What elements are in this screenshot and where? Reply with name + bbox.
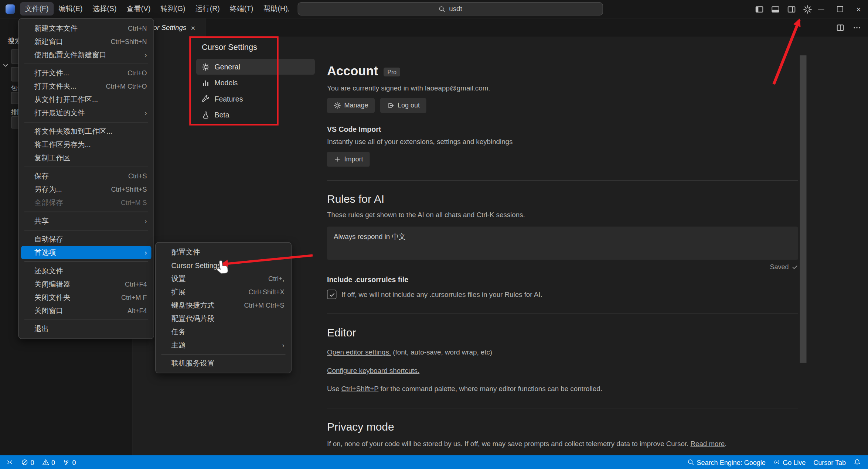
menu-item-22[interactable]: 还原文件 <box>21 264 152 278</box>
command-palette-link[interactable]: Ctrl+Shift+P <box>341 385 379 393</box>
menu-item-1[interactable]: 新建窗口Ctrl+Shift+N <box>21 35 152 48</box>
open-editor-settings-link[interactable]: Open editor settings. <box>327 349 391 356</box>
menu-item-4[interactable]: 键盘快捷方式Ctrl+M Ctrl+S <box>158 299 289 312</box>
errors-count[interactable]: 0 <box>17 455 38 469</box>
menu-item-5[interactable]: 打开文件夹...Ctrl+M Ctrl+O <box>21 80 152 93</box>
menubar-item-0[interactable]: 文件(F) <box>20 2 54 16</box>
menu-item-20[interactable]: 首选项› <box>21 246 152 259</box>
menu-item-shortcut: Ctrl+M Ctrl+O <box>106 83 147 90</box>
menu-item-label: 关闭窗口 <box>34 306 63 316</box>
cursorrules-checkbox[interactable] <box>327 290 337 299</box>
menubar-item-1[interactable]: 编辑(E) <box>54 2 88 16</box>
menu-item-1[interactable]: Cursor Settings <box>158 259 289 272</box>
menubar-item-2[interactable]: 选择(S) <box>88 2 122 16</box>
settings-nav-beta[interactable]: Beta <box>196 107 315 123</box>
logout-icon <box>387 102 395 109</box>
menu-item-14[interactable]: 另存为...Ctrl+Shift+S <box>21 183 152 196</box>
keyboard-shortcuts-line: Configure keyboard shortcuts. <box>327 366 798 375</box>
menu-item-19[interactable]: 自动保存 <box>21 233 152 246</box>
import-button[interactable]: Import <box>327 152 370 167</box>
layout-sidebar-left-icon[interactable] <box>755 5 764 14</box>
command-center-search[interactable]: usdt <box>298 2 603 16</box>
layout-panel-icon[interactable] <box>771 5 780 14</box>
menu-item-10[interactable]: 将工作区另存为... <box>21 138 152 151</box>
maximize-button[interactable] <box>830 0 849 18</box>
menu-item-shortcut: Ctrl+Shift+X <box>248 288 284 296</box>
search-engine-status[interactable]: Search Engine: Google <box>684 455 770 469</box>
menu-item-7[interactable]: 打开最近的文件› <box>21 106 152 120</box>
settings-nav-features[interactable]: Features <box>196 91 315 107</box>
menu-item-3[interactable]: 扩展Ctrl+Shift+X <box>158 285 289 299</box>
menu-item-shortcut: Ctrl+O <box>127 69 147 77</box>
menu-item-2[interactable]: 设置Ctrl+, <box>158 272 289 285</box>
account-buttons: Manage Log out <box>327 98 798 113</box>
menu-item-shortcut: Ctrl+M S <box>121 199 147 207</box>
settings-content: Account Pro You are currently signed in … <box>327 63 798 448</box>
menu-item-13[interactable]: 保存Ctrl+S <box>21 170 152 183</box>
menubar-item-4[interactable]: 转到(G) <box>156 2 190 16</box>
cursorrules-row: If off, we will not include any .cursorr… <box>327 290 798 299</box>
cursor-tab-status[interactable]: Cursor Tab <box>810 455 850 469</box>
tab-close-icon[interactable]: × <box>191 23 195 32</box>
split-editor-icon[interactable] <box>836 23 845 32</box>
menu-item-shortcut: Ctrl+M F <box>121 294 147 301</box>
menubar-item-3[interactable]: 查看(V) <box>122 2 156 16</box>
history-nav: ← → <box>267 0 291 18</box>
menu-item-11[interactable]: 复制工作区 <box>21 151 152 165</box>
section-divider <box>327 180 798 181</box>
close-icon: × <box>856 5 861 14</box>
menu-item-27[interactable]: 退出 <box>21 322 152 336</box>
read-more-link[interactable]: Read more <box>690 440 725 448</box>
file-menu: 新建文本文件Ctrl+N新建窗口Ctrl+Shift+N使用配置文件新建窗口›打… <box>18 18 154 339</box>
layout-sidebar-right-icon[interactable] <box>787 5 796 14</box>
menu-item-0[interactable]: 配置文件 <box>158 246 289 259</box>
manage-button[interactable]: Manage <box>327 98 375 113</box>
cursorrules-label: If off, we will not include any .cursorr… <box>341 290 542 299</box>
settings-nav-general[interactable]: General <box>196 59 315 75</box>
privacy-heading: Privacy mode <box>327 420 798 434</box>
menu-item-15[interactable]: 全部保存Ctrl+M S <box>21 196 152 209</box>
scrollbar-thumb[interactable] <box>800 55 807 363</box>
editor-settings-line: Open editor settings. (font, auto-save, … <box>327 348 798 357</box>
menu-item-9[interactable]: 联机服务设置 <box>158 357 289 370</box>
chevron-down-icon[interactable] <box>2 62 10 69</box>
close-button[interactable]: × <box>849 0 868 18</box>
rules-textarea[interactable]: Always respond in 中文 <box>327 227 798 260</box>
menu-item-5[interactable]: 配置代码片段 <box>158 312 289 325</box>
bell-icon <box>854 459 861 466</box>
logout-button[interactable]: Log out <box>381 98 427 113</box>
notifications-bell[interactable] <box>850 455 865 469</box>
vscode-import-description: Instantly use all of your extensions, se… <box>327 137 798 146</box>
menu-item-2[interactable]: 使用配置文件新建窗口› <box>21 48 152 62</box>
menubar-item-6[interactable]: 终端(T) <box>225 2 258 16</box>
settings-gear-icon[interactable] <box>803 5 812 14</box>
scrollbar[interactable] <box>800 55 807 382</box>
menu-item-23[interactable]: 关闭编辑器Ctrl+F4 <box>21 278 152 291</box>
configure-shortcuts-link[interactable]: Configure keyboard shortcuts. <box>327 367 419 374</box>
menu-item-17[interactable]: 共享› <box>21 215 152 228</box>
menu-item-25[interactable]: 关闭窗口Alt+F4 <box>21 304 152 318</box>
menu-item-4[interactable]: 打开文件...Ctrl+O <box>21 66 152 80</box>
menu-item-label: 使用配置文件新建窗口 <box>34 50 106 60</box>
remote-indicator[interactable] <box>2 455 17 469</box>
statusbar-label: 0 <box>31 458 34 466</box>
menu-item-6[interactable]: 从文件打开工作区... <box>21 93 152 106</box>
broadcast-icon <box>773 459 781 466</box>
menu-item-9[interactable]: 将文件夹添加到工作区... <box>21 125 152 138</box>
submenu-chevron-icon: › <box>145 109 147 117</box>
menu-item-7[interactable]: 主题› <box>158 339 289 352</box>
settings-nav-models[interactable]: Models <box>196 75 315 91</box>
menu-item-label: 设置 <box>171 274 186 284</box>
menu-separator <box>24 122 148 123</box>
go-live-button[interactable]: Go Live <box>769 455 810 469</box>
more-actions-icon[interactable] <box>852 23 861 32</box>
warnings-count[interactable]: 0 <box>38 455 59 469</box>
menu-item-6[interactable]: 任务 <box>158 325 289 339</box>
forward-button[interactable]: → <box>283 4 291 14</box>
menu-item-24[interactable]: 关闭文件夹Ctrl+M F <box>21 291 152 304</box>
menubar-item-5[interactable]: 运行(R) <box>190 2 225 16</box>
minimize-button[interactable] <box>811 0 830 18</box>
menu-item-0[interactable]: 新建文本文件Ctrl+N <box>21 22 152 35</box>
back-button[interactable]: ← <box>267 4 276 14</box>
ports-count[interactable]: 0 <box>59 455 80 469</box>
